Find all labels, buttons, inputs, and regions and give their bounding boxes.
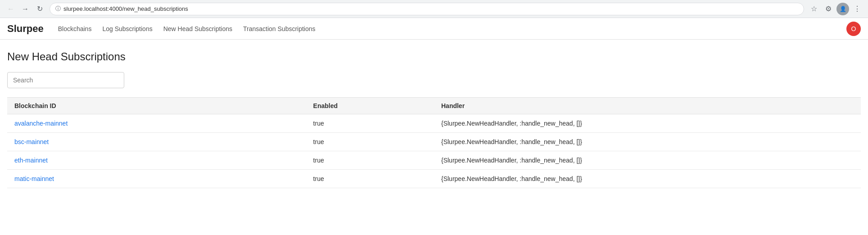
blockchain-id-link[interactable]: eth-mainnet — [14, 157, 48, 164]
lock-icon: ⓘ — [55, 5, 61, 13]
back-button[interactable]: ← — [5, 3, 17, 15]
table-header-row: Blockchain ID Enabled Handler — [7, 98, 861, 114]
browser-chrome: ← → ↻ ⓘ slurpee.localhost:4000/new_head_… — [0, 0, 868, 18]
page-title: New Head Subscriptions — [7, 50, 861, 63]
col-header-blockchain-id: Blockchain ID — [7, 98, 306, 114]
page-content: New Head Subscriptions Blockchain ID Ena… — [0, 40, 868, 199]
profile-button[interactable]: 👤 — [836, 3, 849, 15]
cell-enabled: true — [306, 151, 434, 170]
browser-nav-buttons: ← → ↻ — [5, 3, 46, 15]
extensions-button[interactable]: ⚙ — [822, 3, 835, 15]
table-row: bsc-mainnettrue{Slurpee.NewHeadHandler, … — [7, 133, 861, 151]
cell-handler: {Slurpee.NewHeadHandler, :handle_new_hea… — [434, 151, 861, 170]
cell-handler: {Slurpee.NewHeadHandler, :handle_new_hea… — [434, 170, 861, 188]
table-row: eth-mainnettrue{Slurpee.NewHeadHandler, … — [7, 151, 861, 170]
star-button[interactable]: ☆ — [808, 3, 820, 15]
nav-right: O — [846, 22, 861, 36]
browser-actions: ☆ ⚙ 👤 ⋮ — [808, 3, 863, 15]
cell-enabled: true — [306, 133, 434, 151]
blockchain-id-link[interactable]: avalanche-mainnet — [14, 120, 68, 127]
cell-enabled: true — [306, 170, 434, 188]
nav-new-head-subscriptions[interactable]: New Head Subscriptions — [163, 25, 232, 32]
search-container — [7, 72, 861, 88]
table-body: avalanche-mainnettrue{Slurpee.NewHeadHan… — [7, 114, 861, 188]
app-logo[interactable]: Slurpee — [7, 23, 44, 35]
nav-blockchains[interactable]: Blockchains — [58, 25, 92, 32]
address-bar[interactable]: ⓘ slurpee.localhost:4000/new_head_subscr… — [50, 3, 804, 15]
url-text: slurpee.localhost:4000/new_head_subscrip… — [63, 5, 188, 12]
table-header: Blockchain ID Enabled Handler — [7, 98, 861, 114]
cell-enabled: true — [306, 114, 434, 133]
reload-button[interactable]: ↻ — [33, 3, 46, 15]
menu-button[interactable]: ⋮ — [851, 3, 863, 15]
forward-button[interactable]: → — [19, 3, 32, 15]
nav-transaction-subscriptions[interactable]: Transaction Subscriptions — [243, 25, 316, 32]
app-nav: Slurpee Blockchains Log Subscriptions Ne… — [0, 18, 868, 40]
search-input[interactable] — [7, 72, 124, 88]
avatar[interactable]: O — [846, 22, 861, 36]
table-row: avalanche-mainnettrue{Slurpee.NewHeadHan… — [7, 114, 861, 133]
table-row: matic-mainnettrue{Slurpee.NewHeadHandler… — [7, 170, 861, 188]
cell-blockchain-id[interactable]: bsc-mainnet — [7, 133, 306, 151]
cell-blockchain-id[interactable]: matic-mainnet — [7, 170, 306, 188]
blockchain-id-link[interactable]: matic-mainnet — [14, 175, 54, 182]
col-header-enabled: Enabled — [306, 98, 434, 114]
cell-handler: {Slurpee.NewHeadHandler, :handle_new_hea… — [434, 133, 861, 151]
data-table: Blockchain ID Enabled Handler avalanche-… — [7, 97, 861, 188]
cell-handler: {Slurpee.NewHeadHandler, :handle_new_hea… — [434, 114, 861, 133]
blockchain-id-link[interactable]: bsc-mainnet — [14, 138, 49, 145]
nav-log-subscriptions[interactable]: Log Subscriptions — [102, 25, 152, 32]
col-header-handler: Handler — [434, 98, 861, 114]
cell-blockchain-id[interactable]: avalanche-mainnet — [7, 114, 306, 133]
cell-blockchain-id[interactable]: eth-mainnet — [7, 151, 306, 170]
